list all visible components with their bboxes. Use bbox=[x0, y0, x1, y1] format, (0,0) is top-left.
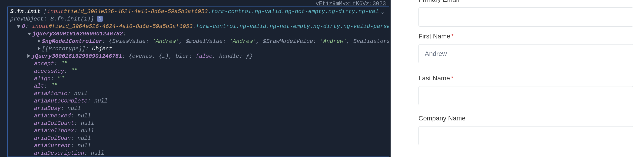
console-prop: accessKey: "" bbox=[9, 68, 389, 75]
console-prop: ariaAutoComplete: null bbox=[9, 97, 389, 105]
console-line[interactable]: jQuery360016162960901246782: bbox=[9, 30, 389, 38]
last-name-input[interactable] bbox=[418, 86, 633, 105]
form-panel: Primary Email* First Name* Last Name* Co… bbox=[390, 0, 644, 157]
console-prop: accept: "" bbox=[9, 60, 389, 68]
console-prop: ariaChecked: null bbox=[9, 112, 389, 120]
console-line[interactable]: $ngModelController: {$viewValue: 'Andrew… bbox=[9, 38, 389, 45]
console-object-expansion[interactable]: S.fn.init [input#field_3964e526-4624-4e1… bbox=[8, 7, 389, 157]
last-name-label: Last Name* bbox=[418, 75, 633, 82]
first-name-input[interactable] bbox=[418, 44, 633, 63]
company-name-label: Company Name bbox=[418, 115, 633, 122]
console-line: S.fn.init [input#field_3964e526-4624-4e1… bbox=[9, 8, 389, 15]
console-line[interactable]: jQuery360016162960901246781: {events: {…… bbox=[9, 53, 389, 60]
console-prop: align: "" bbox=[9, 75, 389, 82]
console-prop: ariaAtomic: null bbox=[9, 90, 389, 97]
console-prop: ariaColSpan: null bbox=[9, 135, 389, 142]
first-name-label: First Name* bbox=[418, 33, 633, 40]
console-line[interactable]: 0: input#field_3964e526-4624-4e16-8d6a-5… bbox=[9, 23, 389, 30]
field-first-name: First Name* bbox=[418, 33, 633, 63]
console-line: prevObject: S.fn.init(1)] i bbox=[9, 15, 389, 23]
devtools-console: yEfiz9mMyx1fK6Vz:3023 S.fn.init [input#f… bbox=[0, 0, 390, 157]
console-prop: ariaColIndex: null bbox=[9, 127, 389, 135]
company-name-input[interactable] bbox=[418, 126, 633, 145]
console-prop: alt: "" bbox=[9, 82, 389, 90]
chevron-right-icon[interactable] bbox=[38, 39, 40, 43]
field-last-name: Last Name* bbox=[418, 75, 633, 105]
chevron-down-icon[interactable] bbox=[17, 25, 20, 28]
console-line[interactable]: [[Prototype]]: Object bbox=[9, 45, 389, 53]
field-primary-email: Primary Email* bbox=[418, 0, 633, 27]
console-prop: ariaDescription: null bbox=[9, 149, 389, 157]
info-icon[interactable]: i bbox=[97, 16, 103, 22]
field-company-name: Company Name bbox=[418, 115, 633, 145]
console-prop: ariaColCount: null bbox=[9, 120, 389, 127]
chevron-right-icon[interactable] bbox=[38, 47, 40, 50]
chevron-right-icon[interactable] bbox=[28, 54, 30, 58]
chevron-down-icon[interactable] bbox=[28, 33, 31, 35]
primary-email-label: Primary Email* bbox=[418, 0, 633, 3]
source-link[interactable]: yEfiz9mMyx1fK6Vz:3023 bbox=[316, 1, 386, 7]
console-prop: ariaBusy: null bbox=[9, 105, 389, 112]
primary-email-input[interactable] bbox=[418, 8, 633, 27]
console-prop: ariaCurrent: null bbox=[9, 142, 389, 149]
